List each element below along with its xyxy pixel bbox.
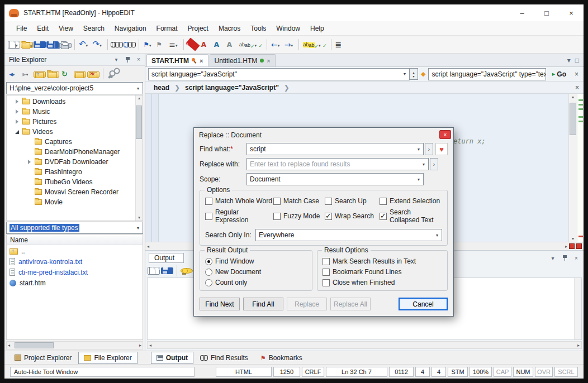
output-hscrollbar[interactable]: ◂ ▸ <box>147 341 582 349</box>
chevron-down-icon[interactable]: ▾ <box>414 174 423 185</box>
expander-icon[interactable] <box>27 199 32 205</box>
toolbar-separator[interactable] <box>103 68 103 79</box>
expander-icon[interactable] <box>15 109 20 114</box>
scroll-right-icon[interactable]: ▸ <box>139 343 141 348</box>
tab-output[interactable]: Output <box>151 352 193 364</box>
scroll-left-icon[interactable]: ◂ <box>8 343 10 348</box>
name-column-header[interactable]: Name <box>10 236 28 244</box>
up-directory-button[interactable] <box>34 71 46 78</box>
radio-icon[interactable] <box>205 279 212 286</box>
menu-macros[interactable]: Macros <box>214 22 245 35</box>
close-button[interactable]: × <box>559 4 584 21</box>
explorer-forward-button[interactable]: ▸ <box>20 67 32 80</box>
expander-icon[interactable] <box>15 129 20 135</box>
scroll-left-icon[interactable]: ◂ <box>147 244 149 249</box>
result-output-radio[interactable]: New Document <box>205 268 307 276</box>
status-syntax[interactable]: HTML <box>216 367 272 377</box>
tip-of-day-button[interactable] <box>181 268 193 274</box>
editor-vscrollbar[interactable]: ▴ ▾ <box>568 94 577 242</box>
status-charcode[interactable]: 0112 <box>389 367 414 377</box>
expander-icon[interactable] <box>27 179 32 185</box>
new-folder-button[interactable] <box>47 71 59 78</box>
status-scroll-lock[interactable]: SCRL <box>554 367 578 377</box>
float-window-icon[interactable]: □ <box>575 56 579 64</box>
result-output-radio[interactable]: Find Window <box>205 257 307 265</box>
file-list-item[interactable]: .. <box>7 246 143 256</box>
menu-search[interactable]: Search <box>78 22 110 35</box>
file-list-item[interactable]: start.htm <box>7 277 143 288</box>
expander-icon[interactable] <box>27 169 32 175</box>
tree-item[interactable]: DearMobiPhoneManager <box>7 147 143 157</box>
breadcrumb-head[interactable]: head <box>150 83 173 92</box>
status-overwrite[interactable]: OVR <box>535 367 553 377</box>
result-output-radio[interactable]: Count only <box>205 279 307 286</box>
close-breadcrumb-icon[interactable]: × <box>573 84 581 92</box>
stamp-gray-button[interactable]: A <box>225 38 238 51</box>
find-in-files-button[interactable] <box>124 42 136 47</box>
menu-file[interactable]: File <box>11 22 32 35</box>
status-zoom[interactable]: 100% <box>470 367 492 377</box>
replace-with-combobox[interactable]: Enter text to replace found results ▾ <box>246 158 429 170</box>
tab-untitled1-htm[interactable]: Untitled1.HTM <box>210 54 276 66</box>
remove-folder-button[interactable] <box>87 71 99 78</box>
tree-scrollbar[interactable]: ▴▾ <box>135 95 143 221</box>
status-eol[interactable]: CRLF <box>302 367 324 377</box>
tree-item[interactable]: DVDFab Downloader <box>7 157 143 167</box>
explorer-hscrollbar[interactable]: ◂ ▸ <box>6 341 143 350</box>
tab-file-explorer[interactable]: File Explorer <box>78 352 137 364</box>
status-num-lock[interactable]: NUM <box>513 367 533 377</box>
status-indent-size[interactable]: 4 <box>431 367 446 377</box>
option-checkbox[interactable]: Fuzzy Mode <box>273 208 325 224</box>
breadcrumb-script[interactable]: script language="JavaScript" <box>181 83 283 92</box>
search-only-in-dropdown[interactable]: Everywhere ▾ <box>255 229 442 241</box>
find-next-button[interactable]: Find Next <box>200 298 240 310</box>
expander-icon[interactable] <box>15 99 20 104</box>
favorites-heart-button[interactable]: ♥ <box>435 143 448 155</box>
scroll-thumb[interactable] <box>15 342 54 348</box>
dialog-title-bar[interactable]: Replace :: Document × <box>194 128 453 142</box>
checkbox-box-icon[interactable] <box>323 279 330 286</box>
tree-item[interactable]: FlashIntegro <box>7 167 143 177</box>
status-stream-mode[interactable]: STM <box>448 367 468 377</box>
path-combobox[interactable]: H:\plne_verze\color-project5 ▾ <box>6 82 143 94</box>
new-file-button[interactable] <box>8 41 20 49</box>
save-all-button[interactable] <box>46 41 59 48</box>
nav-back-button[interactable]: ← <box>270 38 283 51</box>
option-checkbox[interactable]: Regular Expression <box>205 208 273 224</box>
file-list-item[interactable]: cti-me-pred-instalaci.txt <box>7 267 143 277</box>
open-file-button[interactable] <box>21 42 33 48</box>
menu-format[interactable]: Format <box>151 22 183 35</box>
tree-item[interactable]: Captures <box>7 137 143 147</box>
close-search-bar-icon[interactable]: × <box>572 70 581 78</box>
result-option-checkbox[interactable]: Bookmark Found Lines <box>323 268 442 276</box>
checkbox-box-icon[interactable] <box>273 213 281 220</box>
status-caret[interactable]: Ln 32 Ch 7 <box>326 367 387 377</box>
expander-icon[interactable] <box>27 149 32 155</box>
minimize-button[interactable]: – <box>510 4 534 21</box>
chevron-down-icon[interactable]: ▾ <box>134 83 143 94</box>
tab-start-htm[interactable]: START.HTM <box>146 54 208 66</box>
dialog-close-button[interactable]: × <box>439 130 451 139</box>
scroll-down-icon[interactable]: ▾ <box>138 216 140 220</box>
tree-item[interactable]: Downloads <box>7 97 143 107</box>
tree-item[interactable]: Movie <box>7 197 143 207</box>
toolbar-separator[interactable] <box>107 39 108 50</box>
save-button[interactable] <box>34 41 46 48</box>
save-output-button[interactable] <box>161 267 173 274</box>
tab-bookmarks[interactable]: Bookmarks <box>255 352 308 364</box>
expander-icon[interactable] <box>15 119 20 125</box>
symbol-spinner[interactable]: ▴▾ <box>410 68 418 80</box>
redo-button[interactable]: ↷ <box>92 38 105 51</box>
expander-icon[interactable] <box>27 189 32 195</box>
find-button[interactable] <box>111 42 123 47</box>
tab-find-results[interactable]: Find Results <box>195 352 254 364</box>
output-close-icon[interactable]: × <box>572 255 580 261</box>
find-insert-menu-button[interactable]: › <box>425 143 433 155</box>
output-pane-selector[interactable]: Output <box>149 253 184 263</box>
find-all-button[interactable]: Find All <box>243 298 283 310</box>
toolbar-separator[interactable] <box>74 39 75 50</box>
cancel-button[interactable]: Cancel <box>399 298 448 310</box>
scroll-right-icon[interactable]: ▸ <box>577 343 580 348</box>
tree-item[interactable]: Movavi Screen Recorder <box>7 187 143 197</box>
status-encoding[interactable]: 1250 <box>273 367 300 377</box>
